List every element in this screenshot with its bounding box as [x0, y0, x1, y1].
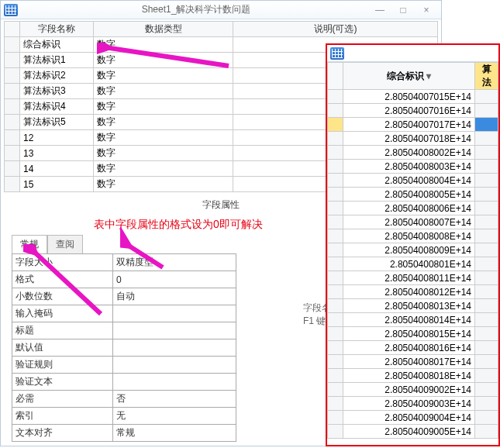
data-type-cell[interactable]: 数字 — [94, 130, 233, 146]
data-type-cell[interactable]: 数字 — [94, 161, 233, 177]
row-selector[interactable] — [328, 243, 343, 257]
row-selector[interactable] — [5, 177, 20, 192]
prop-key[interactable]: 输入掩码 — [12, 305, 113, 322]
field-name-cell[interactable]: 算法标识2 — [20, 68, 94, 84]
row-selector[interactable] — [328, 188, 343, 202]
data-cell[interactable]: 2.80504007016E+14 — [343, 104, 475, 118]
row-selector[interactable] — [328, 425, 343, 439]
maximize-button[interactable]: □ — [391, 2, 415, 18]
close-button[interactable]: × — [415, 2, 438, 18]
data-type-cell[interactable]: 数字 — [94, 115, 233, 130]
row-selector[interactable] — [328, 355, 343, 369]
col-description[interactable]: 说明(可选) — [233, 22, 438, 37]
data-cell-partial[interactable] — [475, 397, 498, 411]
data-cell-partial[interactable] — [475, 188, 498, 202]
row-selector[interactable] — [328, 383, 343, 397]
data-cell-partial[interactable] — [475, 341, 498, 355]
data-cell-partial[interactable] — [475, 118, 498, 132]
data-cell[interactable]: 2.80504008003E+14 — [343, 160, 475, 174]
prop-value[interactable] — [113, 305, 236, 322]
data-cell-partial[interactable] — [475, 146, 498, 160]
prop-value[interactable]: 否 — [113, 391, 236, 408]
field-name-cell[interactable]: 算法标识5 — [20, 115, 94, 130]
col-data-type[interactable]: 数据类型 — [94, 22, 233, 37]
row-selector[interactable] — [328, 411, 343, 425]
field-name-cell[interactable]: 算法标识1 — [20, 53, 94, 68]
data-cell-partial[interactable] — [475, 285, 498, 299]
row-selector[interactable] — [5, 130, 20, 146]
prop-key[interactable]: 标题 — [12, 322, 113, 339]
side-col1[interactable]: 综合标识 ▾ — [343, 63, 475, 90]
side-col2[interactable]: 算法 — [475, 63, 498, 90]
data-cell-partial[interactable] — [475, 369, 498, 383]
data-cell-partial[interactable] — [475, 411, 498, 425]
data-cell[interactable]: 2.80504009005E+14 — [343, 425, 475, 439]
data-cell[interactable]: 2.80504007015E+14 — [343, 90, 475, 104]
data-cell-partial[interactable] — [475, 313, 498, 327]
row-selector[interactable] — [328, 90, 343, 104]
tab-general[interactable]: 常规 — [12, 235, 47, 253]
data-cell-partial[interactable] — [475, 355, 498, 369]
prop-key[interactable]: 小数位数 — [12, 288, 113, 305]
data-cell[interactable]: 2.80504008018E+14 — [343, 369, 475, 383]
data-type-cell[interactable]: 数字 — [94, 99, 233, 115]
dropdown-icon[interactable]: ▾ — [426, 71, 431, 81]
prop-key[interactable]: 字段大小 — [12, 254, 113, 271]
prop-key[interactable]: 格式 — [12, 271, 113, 288]
data-type-cell[interactable]: 数字 — [94, 68, 233, 84]
data-cell-partial[interactable] — [475, 132, 498, 146]
data-cell[interactable]: 2.80504009002E+14 — [343, 383, 475, 397]
field-name-cell[interactable]: 13 — [20, 146, 94, 161]
data-cell-partial[interactable] — [475, 299, 498, 313]
data-grid[interactable]: 综合标识 ▾ 算法 2.80504007015E+142.80504007016… — [327, 62, 498, 439]
data-cell-partial[interactable] — [475, 243, 498, 257]
data-cell-partial[interactable] — [475, 160, 498, 174]
row-selector[interactable] — [328, 341, 343, 355]
data-cell[interactable]: 2.80504007018E+14 — [343, 132, 475, 146]
prop-key[interactable]: 文本对齐 — [12, 425, 113, 442]
prop-value[interactable]: 双精度型 — [113, 254, 236, 271]
row-selector[interactable] — [328, 104, 343, 118]
row-selector[interactable] — [328, 132, 343, 146]
data-type-cell[interactable]: 数字 — [94, 37, 233, 53]
data-cell[interactable]: 2.80504008009E+14 — [343, 243, 475, 257]
data-cell-partial[interactable] — [475, 215, 498, 229]
col-field-name[interactable]: 字段名称 — [20, 22, 94, 37]
data-cell[interactable]: 2.80504008013E+14 — [343, 299, 475, 313]
data-cell[interactable]: 2.80504008007E+14 — [343, 215, 475, 229]
prop-key[interactable]: 索引 — [12, 408, 113, 425]
prop-value[interactable]: 自动 — [113, 288, 236, 305]
data-cell[interactable]: 2.80504008006E+14 — [343, 202, 475, 215]
data-type-cell[interactable]: 数字 — [94, 177, 233, 192]
data-type-cell[interactable]: 数字 — [94, 53, 233, 68]
prop-value[interactable] — [113, 322, 236, 339]
data-cell[interactable]: 2.80504008014E+14 — [343, 313, 475, 327]
row-selector[interactable] — [5, 161, 20, 177]
prop-key[interactable]: 验证规则 — [12, 357, 113, 374]
field-name-cell[interactable]: 15 — [20, 177, 94, 192]
row-selector[interactable] — [328, 229, 343, 243]
data-cell[interactable]: 2.8050400801E+14 — [343, 257, 475, 271]
data-cell[interactable]: 2.80504008012E+14 — [343, 285, 475, 299]
field-name-cell[interactable]: 14 — [20, 161, 94, 177]
data-type-cell[interactable]: 数字 — [94, 146, 233, 161]
data-cell[interactable]: 2.80504008004E+14 — [343, 174, 475, 188]
data-cell-partial[interactable] — [475, 257, 498, 271]
data-cell-partial[interactable] — [475, 104, 498, 118]
prop-value[interactable]: 无 — [113, 408, 236, 425]
row-selector[interactable] — [328, 146, 343, 160]
prop-value[interactable]: 0 — [113, 271, 236, 288]
row-selector[interactable] — [5, 84, 20, 99]
data-cell-partial[interactable] — [475, 271, 498, 285]
data-cell[interactable]: 2.80504008008E+14 — [343, 229, 475, 243]
row-selector[interactable] — [328, 215, 343, 229]
field-name-cell[interactable]: 综合标识 — [20, 37, 94, 53]
row-selector[interactable] — [328, 174, 343, 188]
data-cell-partial[interactable] — [475, 383, 498, 397]
prop-key[interactable]: 验证文本 — [12, 374, 113, 391]
field-name-cell[interactable]: 算法标识4 — [20, 99, 94, 115]
row-selector[interactable] — [328, 160, 343, 174]
data-cell[interactable]: 2.80504008015E+14 — [343, 327, 475, 341]
row-selector[interactable] — [5, 115, 20, 130]
row-selector[interactable] — [328, 397, 343, 411]
